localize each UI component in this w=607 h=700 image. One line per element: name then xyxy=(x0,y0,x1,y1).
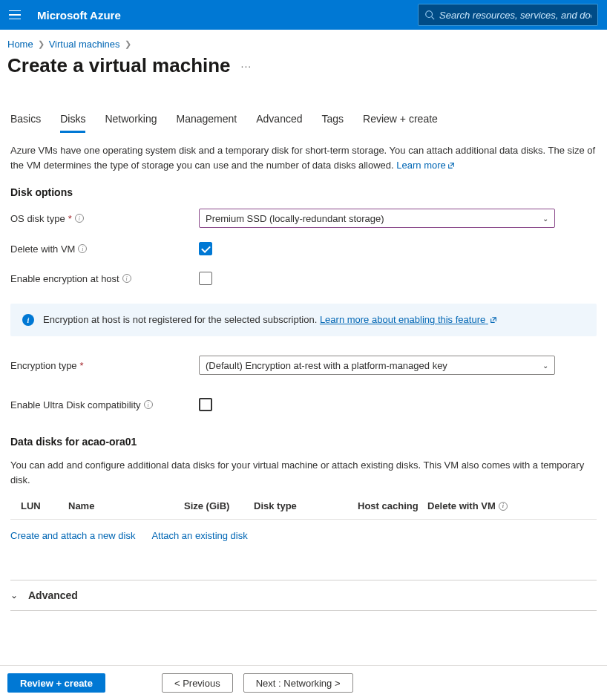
breadcrumb-virtual-machines[interactable]: Virtual machines xyxy=(49,39,120,50)
tab-basics[interactable]: Basics xyxy=(10,113,41,133)
tab-disks[interactable]: Disks xyxy=(60,113,85,133)
checkbox-encryption-at-host[interactable] xyxy=(199,272,212,285)
attach-existing-disk-link[interactable]: Attach an existing disk xyxy=(151,530,247,541)
info-icon[interactable]: i xyxy=(499,502,508,511)
create-attach-disk-link[interactable]: Create and attach a new disk xyxy=(10,530,135,541)
chevron-down-icon: ⌄ xyxy=(542,362,548,370)
global-search[interactable] xyxy=(418,4,598,26)
page-title: Create a virtual machine xyxy=(7,54,231,77)
info-icon: i xyxy=(22,314,34,326)
col-header-delete: Delete with VM i xyxy=(427,500,597,511)
description-text: Azure VMs have one operating system disk… xyxy=(10,145,595,171)
breadcrumb-home[interactable]: Home xyxy=(7,39,33,50)
col-header-type: Disk type xyxy=(254,500,358,511)
menu-icon[interactable] xyxy=(9,7,24,22)
breadcrumb: Home ❯ Virtual machines ❯ xyxy=(0,30,607,50)
col-header-size: Size (GiB) xyxy=(184,500,254,511)
info-icon[interactable]: i xyxy=(122,274,131,283)
tab-review-create[interactable]: Review + create xyxy=(363,113,438,133)
tab-management[interactable]: Management xyxy=(177,113,237,133)
info-icon[interactable]: i xyxy=(75,214,84,223)
disk-options-heading: Disk options xyxy=(10,186,597,198)
encryption-learn-more-link[interactable]: Learn more about enabling this feature xyxy=(320,314,497,325)
external-link-icon xyxy=(447,159,455,174)
tab-tags[interactable]: Tags xyxy=(322,113,344,133)
advanced-section-label: Advanced xyxy=(28,589,78,601)
review-create-button[interactable]: Review + create xyxy=(7,673,105,693)
page-header: Create a virtual machine ··· xyxy=(0,50,607,77)
tab-advanced[interactable]: Advanced xyxy=(256,113,302,133)
wizard-footer: Review + create < Previous Next : Networ… xyxy=(0,665,607,700)
row-encryption-at-host: Enable encryption at host i xyxy=(10,269,597,287)
learn-more-link[interactable]: Learn more xyxy=(396,160,454,171)
info-icon[interactable]: i xyxy=(144,400,153,409)
checkbox-ultra-disk[interactable] xyxy=(199,398,212,411)
dropdown-encryption-type[interactable]: (Default) Encryption at-rest with a plat… xyxy=(199,356,555,375)
chevron-down-icon: ⌄ xyxy=(542,215,548,223)
encryption-info-bar: i Encryption at host is not registered f… xyxy=(10,304,597,336)
col-header-cache: Host caching xyxy=(358,500,427,511)
data-disks-heading: Data disks for acao-ora01 xyxy=(10,436,597,448)
top-bar: Microsoft Azure xyxy=(0,0,607,30)
previous-button[interactable]: < Previous xyxy=(162,673,233,693)
chevron-right-icon: ❯ xyxy=(38,39,45,49)
label-delete-with-vm: Delete with VM i xyxy=(10,243,199,255)
search-icon xyxy=(424,10,435,20)
chevron-down-icon: ⌄ xyxy=(10,590,18,601)
info-icon[interactable]: i xyxy=(78,244,87,253)
data-disks-table-header: LUN Name Size (GiB) Disk type Host cachi… xyxy=(10,497,597,520)
brand-label: Microsoft Azure xyxy=(37,9,121,22)
col-header-name: Name xyxy=(68,500,184,511)
label-encryption-type: Encryption type * xyxy=(10,360,199,371)
required-asterisk: * xyxy=(68,213,72,224)
dropdown-os-disk-type[interactable]: Premium SSD (locally-redundant storage) … xyxy=(199,209,555,228)
required-asterisk: * xyxy=(80,360,84,371)
tab-bar: Basics Disks Networking Management Advan… xyxy=(0,77,607,133)
label-encryption-at-host: Enable encryption at host i xyxy=(10,273,199,284)
row-delete-with-vm: Delete with VM i xyxy=(10,240,597,258)
checkbox-delete-with-vm[interactable] xyxy=(199,242,212,255)
next-button[interactable]: Next : Networking > xyxy=(243,673,353,693)
info-bar-text: Encryption at host is not registered for… xyxy=(43,314,317,325)
advanced-section-toggle[interactable]: ⌄ Advanced xyxy=(10,580,597,611)
tab-networking[interactable]: Networking xyxy=(105,113,157,133)
data-disks-description: You can add and configure additional dat… xyxy=(10,458,597,487)
row-ultra-disk: Enable Ultra Disk compatibility i xyxy=(10,396,597,413)
svg-point-0 xyxy=(426,11,433,18)
label-os-disk-type: OS disk type * i xyxy=(10,213,199,224)
data-disk-actions: Create and attach a new disk Attach an e… xyxy=(10,520,597,541)
row-encryption-type: Encryption type * (Default) Encryption a… xyxy=(10,356,597,375)
search-input[interactable] xyxy=(439,10,591,21)
external-link-icon xyxy=(490,315,497,326)
label-ultra-disk: Enable Ultra Disk compatibility i xyxy=(10,399,199,410)
svg-line-1 xyxy=(432,17,435,20)
chevron-right-icon: ❯ xyxy=(125,39,131,49)
row-os-disk-type: OS disk type * i Premium SSD (locally-re… xyxy=(10,209,597,228)
col-header-lun: LUN xyxy=(21,500,68,511)
tab-description: Azure VMs have one operating system disk… xyxy=(10,143,597,173)
page-more-icon[interactable]: ··· xyxy=(241,60,252,72)
content-area: Azure VMs have one operating system disk… xyxy=(0,133,607,611)
